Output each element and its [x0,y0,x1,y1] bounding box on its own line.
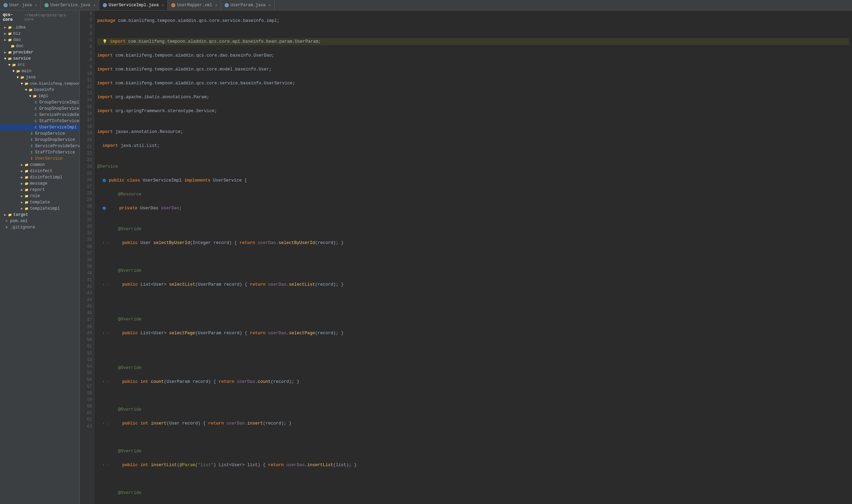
tab-icon-userserviceimpl-java [103,3,107,7]
folder-icon: 📂 [16,69,20,74]
tab-userparam-java[interactable]: UserParam.java ✕ [221,0,275,10]
class-icon: C [33,119,38,124]
sidebar-item-label: UserService [35,156,62,161]
project-name: qcs-core [3,12,23,22]
sidebar-item-groupshopservice[interactable]: I GroupShopService [0,137,80,143]
sidebar-item-report[interactable]: ▶ 📁 report [0,187,80,193]
tab-close-userserviceimpl-java[interactable]: ✕ [162,3,164,7]
arrow-icon: ▶ [4,25,6,30]
tab-close-user-java[interactable]: ✕ [35,3,37,7]
sidebar-item-label: dao [13,37,21,42]
folder-icon: 📁 [24,200,29,205]
folder-icon: 📁 [7,25,12,30]
arrow-icon: ▼ [12,69,15,73]
sidebar: qcs-core ~/Desktop/pin2/qcs-core ▶ 📁 .id… [0,10,80,504]
folder-icon: 📁 [10,44,15,49]
sidebar-item-pom[interactable]: m pom.xml [0,218,80,224]
tab-close-userparam-java[interactable]: ✕ [269,3,271,7]
folder-icon [4,44,9,49]
folder-icon: 📁 [7,37,12,42]
tab-user-java[interactable]: User.java ✕ [0,0,41,10]
arrow-icon: ▼ [21,82,23,86]
arrow-icon: ▶ [21,182,23,186]
sidebar-item-label: target [13,212,28,217]
sidebar-item-disinfectimpl[interactable]: ▶ 📁 disinfectimpl [0,174,80,180]
tab-label-userservice-java: UserService.java [50,3,90,8]
code-content[interactable]: package com.bianlifeng.tempoon.aladdin.q… [94,10,852,504]
sidebar-item-gitignore[interactable]: ■ .gitignore [0,224,80,230]
tab-usermapper-xml[interactable]: UserMapper.xml ✕ [168,0,221,10]
arrow-icon: ▶ [21,207,23,211]
sidebar-item-userservice[interactable]: I UserService [0,156,80,162]
sidebar-item-label: java [26,75,36,80]
sidebar-item-doc[interactable]: 📁 doc [0,43,80,49]
sidebar-item-label: StaffInfoServiceImpl [39,119,80,124]
sidebar-item-label: pom.xml [10,219,27,224]
arrow-icon: ▶ [21,194,23,198]
sidebar-item-service[interactable]: ▼ 📂 service [0,56,80,62]
file-icon: ■ [4,225,9,230]
sidebar-item-common[interactable]: ▶ 📁 common [0,162,80,168]
arrow-icon: ▼ [4,57,6,61]
tab-close-userservice-java[interactable]: ✕ [93,3,95,7]
sidebar-item-biz[interactable]: ▶ 📁 biz [0,31,80,37]
xml-icon: m [4,219,9,224]
sidebar-item-pkg[interactable]: ▼ 📂 com.bianlifeng.tempoon.aladdin.qcs.c… [0,81,80,87]
sidebar-item-groupserviceimpl[interactable]: C GroupServiceImpl [0,99,80,106]
arrow-icon: ▶ [4,38,6,42]
sidebar-item-label: common [30,162,45,167]
sidebar-item-groupservice[interactable]: I GroupService [0,131,80,137]
arrow-icon: ▶ [4,213,6,217]
sidebar-item-label: report [30,187,45,192]
arrow-icon: ▶ [21,188,23,192]
sidebar-item-target[interactable]: ▶ 📁 target [0,212,80,218]
sidebar-item-label: GroupServiceImpl [39,100,79,105]
folder-icon: 📁 [7,212,12,217]
tab-bar: User.java ✕ UserService.java ✕ UserServi… [0,0,852,10]
sidebar-item-serviceprovideserviceimpl[interactable]: C ServiceProvideServiceImpl [0,112,80,118]
sidebar-item-staffinfoserviceimpl[interactable]: C StaffInfoServiceImpl [0,118,80,124]
sidebar-item-groupshopserviceimpl[interactable]: C GroupShopServiceImpl [0,106,80,112]
sidebar-item-serviceprovideservice[interactable]: I ServiceProvideService [0,143,80,149]
line-numbers: 12345 678910 1112131415 1617181920 21222… [80,10,94,504]
sidebar-item-label: ServiceProvideService [35,144,80,149]
folder-icon: 📂 [7,56,12,61]
sidebar-item-label: baseinfo [34,87,54,92]
tab-userserviceimpl-java[interactable]: UserServiceImpl.java ✕ [99,0,168,10]
folder-icon: 📁 [24,162,29,167]
folder-icon: 📂 [28,87,33,92]
sidebar-item-label: template [30,200,50,205]
folder-icon: 📁 [24,206,29,211]
sidebar-item-main[interactable]: ▼ 📂 main [0,68,80,74]
sidebar-item-label: main [22,69,32,74]
project-header: qcs-core ~/Desktop/pin2/qcs-core [0,10,80,24]
sidebar-item-java[interactable]: ▼ 📂 java [0,74,80,81]
sidebar-item-src[interactable]: ▼ 📂 src [0,62,80,68]
tab-userservice-java[interactable]: UserService.java ✕ [41,0,99,10]
tab-label-user-java: User.java [9,3,32,8]
sidebar-item-impl[interactable]: ▼ 📂 impl [0,93,80,99]
sidebar-item-baseinfo[interactable]: ▼ 📂 baseinfo [0,87,80,93]
sidebar-item-label: biz [13,31,21,36]
sidebar-item-label: disinfect [30,169,52,174]
class-icon: C [33,112,38,117]
sidebar-item-provider[interactable]: ▶ 📁 provider [0,49,80,56]
arrow-icon: ▶ [4,50,6,54]
sidebar-item-userserviceimpl[interactable]: C UserServiceImpl [0,124,80,131]
interface-icon: I [29,150,34,155]
interface-icon: I [29,131,34,136]
class-icon: C [33,100,38,105]
sidebar-item-message[interactable]: ▶ 📁 message [0,180,80,187]
sidebar-item-disinfect[interactable]: ▶ 📁 disinfect [0,168,80,174]
sidebar-item-role[interactable]: ▶ 📁 role [0,193,80,199]
sidebar-item-idea[interactable]: ▶ 📁 .idea [0,24,80,31]
sidebar-item-dao[interactable]: ▶ 📁 dao [0,37,80,43]
tab-close-usermapper-xml[interactable]: ✕ [215,3,217,7]
sidebar-item-label: doc [16,44,24,49]
class-icon: C [33,125,38,130]
folder-icon: 📁 [24,194,29,199]
sidebar-item-template[interactable]: ▶ 📁 template [0,199,80,205]
sidebar-item-templateimpl[interactable]: ▶ 📁 templateimpl [0,205,80,212]
sidebar-item-staffinfoservice[interactable]: I StaffInfoService [0,149,80,156]
folder-icon: 📂 [32,94,37,99]
